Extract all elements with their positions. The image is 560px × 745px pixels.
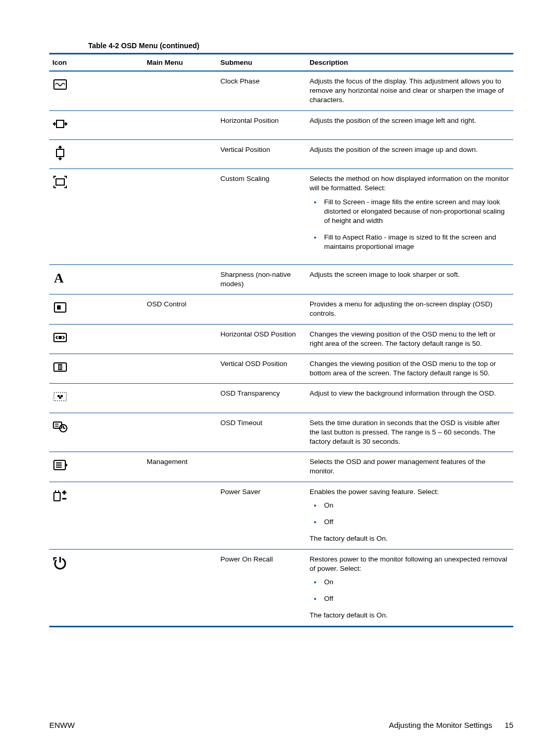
icon-cell xyxy=(49,110,144,139)
main-menu-cell xyxy=(144,413,217,452)
submenu-cell: Clock Phase xyxy=(217,71,306,110)
vertical-osd-position-icon xyxy=(52,359,68,375)
description-bullet-list: Fill to Screen - image fills the entire … xyxy=(310,198,510,252)
clock-phase-icon xyxy=(52,77,68,92)
description-bullet-list: OnOff xyxy=(310,501,510,527)
icon-cell xyxy=(49,169,144,265)
default-note: The factory default is On. xyxy=(310,611,510,620)
description-cell: Changes the viewing position of the OSD … xyxy=(306,354,513,383)
description-text: Enables the power saving feature. Select… xyxy=(310,487,510,497)
main-menu-cell xyxy=(144,384,217,413)
management-icon xyxy=(52,457,68,473)
icon-cell xyxy=(49,384,144,413)
main-menu-cell xyxy=(144,139,217,168)
description-cell: Selects the method on how displayed info… xyxy=(306,169,513,265)
power-saver-icon xyxy=(52,487,68,503)
default-note: The factory default is On. xyxy=(310,534,510,543)
submenu-cell: Vertical Position xyxy=(217,139,306,168)
main-menu-cell xyxy=(144,169,217,265)
description-cell: Enables the power saving feature. Select… xyxy=(306,482,513,549)
description-text: Selects the OSD and power management fea… xyxy=(310,457,510,476)
table-row: Horizontal PositionAdjusts the position … xyxy=(49,110,513,139)
table-row: OSD TimeoutSets the time duration in sec… xyxy=(49,413,513,452)
icon-cell xyxy=(49,354,144,383)
description-bullet-list: OnOff xyxy=(310,578,510,603)
description-cell: Adjusts the position of the screen image… xyxy=(306,110,513,139)
main-menu-cell xyxy=(144,110,217,139)
submenu-cell: Custom Scaling xyxy=(217,169,306,265)
table-row: OSD ControlProvides a menu for adjusting… xyxy=(49,294,513,324)
submenu-cell: Horizontal OSD Position xyxy=(217,324,306,354)
submenu-cell: Power Saver xyxy=(217,482,306,549)
bullet-item: Fill to Screen - image fills the entire … xyxy=(310,198,510,226)
submenu-cell: Sharpness (non-native modes) xyxy=(217,264,306,294)
submenu-cell: Horizontal Position xyxy=(217,110,306,139)
main-menu-cell: OSD Control xyxy=(144,294,217,324)
main-menu-cell xyxy=(144,549,217,626)
table-row: Custom ScalingSelects the method on how … xyxy=(49,169,513,265)
bullet-item: Fill to Aspect Ratio - image is sized to… xyxy=(310,233,510,251)
table-title: Table 4-2 OSD Menu (continued) xyxy=(49,41,513,50)
description-cell: Adjust to view the background informatio… xyxy=(306,384,513,413)
description-cell: Changes the viewing position of the OSD … xyxy=(306,324,513,354)
header-main-menu: Main Menu xyxy=(144,54,217,72)
osd-menu-table: Icon Main Menu Submenu Description Clock… xyxy=(49,53,513,627)
icon-cell xyxy=(49,452,144,482)
power-on-recall-icon xyxy=(52,555,68,570)
submenu-cell: OSD Transparency xyxy=(217,384,306,413)
icon-cell xyxy=(49,71,144,110)
bullet-item: On xyxy=(310,578,510,587)
icon-cell xyxy=(49,139,144,168)
description-cell: Sets the time duration in seconds that t… xyxy=(306,413,513,452)
description-text: Provides a menu for adjusting the on-scr… xyxy=(310,300,510,318)
description-text: Adjust to view the background informatio… xyxy=(310,389,510,398)
osd-control-icon xyxy=(52,300,68,315)
submenu-cell xyxy=(217,294,306,324)
main-menu-cell xyxy=(144,354,217,383)
table-row: Vertical PositionAdjusts the position of… xyxy=(49,139,513,168)
description-cell: Adjusts the focus of the display. This a… xyxy=(306,71,513,110)
main-menu-cell xyxy=(144,71,217,110)
submenu-cell: OSD Timeout xyxy=(217,413,306,452)
description-text: Adjusts the position of the screen image… xyxy=(310,145,510,154)
description-cell: Adjusts the screen image to look sharper… xyxy=(306,264,513,294)
table-row: Horizontal OSD PositionChanges the viewi… xyxy=(49,324,513,354)
description-cell: Provides a menu for adjusting the on-scr… xyxy=(306,294,513,324)
bullet-item: Off xyxy=(310,517,510,527)
table-row: Power On RecallRestores power to the mon… xyxy=(49,549,513,626)
main-menu-cell xyxy=(144,264,217,294)
custom-scaling-icon xyxy=(52,174,68,190)
description-text: Adjusts the screen image to look sharper… xyxy=(310,270,510,279)
description-text: Adjusts the focus of the display. This a… xyxy=(310,77,510,105)
table-row: OSD TransparencyAdjust to view the backg… xyxy=(49,384,513,413)
page-footer: ENWW Adjusting the Monitor Settings 15 xyxy=(49,721,513,729)
description-text: Restores power to the monitor following … xyxy=(310,555,510,573)
description-cell: Selects the OSD and power management fea… xyxy=(306,452,513,482)
description-cell: Adjusts the position of the screen image… xyxy=(306,139,513,168)
description-cell: Restores power to the monitor following … xyxy=(306,549,513,626)
horizontal-position-icon xyxy=(52,116,68,132)
sharpness-icon xyxy=(52,270,68,286)
submenu-cell: Vertical OSD Position xyxy=(217,354,306,383)
main-menu-cell: Management xyxy=(144,452,217,482)
osd-transparency-icon xyxy=(52,389,68,404)
description-text: Changes the viewing position of the OSD … xyxy=(310,330,510,348)
table-row: Vertical OSD PositionChanges the viewing… xyxy=(49,354,513,383)
table-row: ManagementSelects the OSD and power mana… xyxy=(49,452,513,482)
description-text: Selects the method on how displayed info… xyxy=(310,174,510,193)
submenu-cell xyxy=(217,452,306,482)
bullet-item: On xyxy=(310,501,510,510)
icon-cell xyxy=(49,324,144,354)
table-row: Clock PhaseAdjusts the focus of the disp… xyxy=(49,71,513,110)
header-description: Description xyxy=(306,54,513,72)
header-icon: Icon xyxy=(49,54,144,72)
footer-left: ENWW xyxy=(49,721,75,729)
icon-cell xyxy=(49,549,144,626)
icon-cell xyxy=(49,294,144,324)
main-menu-cell xyxy=(144,482,217,549)
icon-cell xyxy=(49,264,144,294)
bullet-item: Off xyxy=(310,594,510,603)
description-text: Sets the time duration in seconds that t… xyxy=(310,418,510,447)
horizontal-osd-position-icon xyxy=(52,330,68,345)
description-text: Changes the viewing position of the OSD … xyxy=(310,359,510,378)
